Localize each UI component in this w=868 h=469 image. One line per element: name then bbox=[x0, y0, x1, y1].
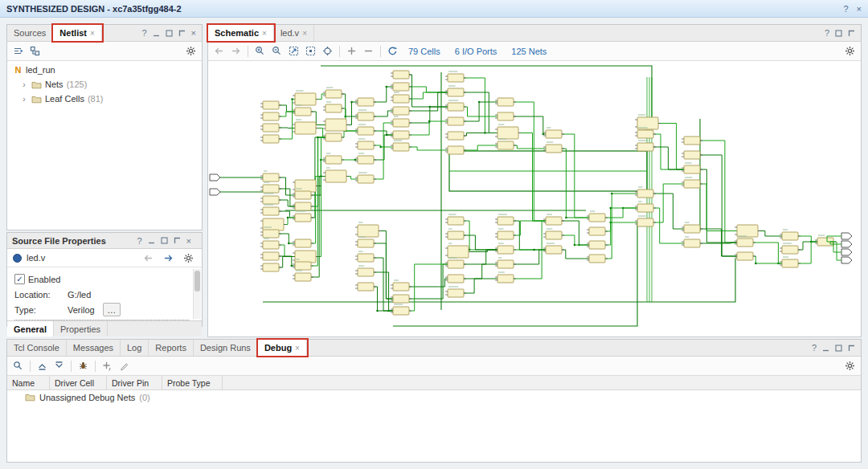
column-header-driver-pin[interactable]: Driver Pin bbox=[107, 376, 162, 389]
collapse-all-icon[interactable] bbox=[10, 43, 26, 59]
float-icon[interactable] bbox=[166, 30, 173, 37]
column-label: Name bbox=[12, 378, 35, 388]
float-icon[interactable] bbox=[835, 30, 842, 37]
close-icon[interactable]: × bbox=[295, 344, 300, 353]
regenerate-icon[interactable] bbox=[385, 43, 400, 59]
column-header-driver-cell[interactable]: Driver Cell bbox=[50, 376, 107, 389]
maximize-icon[interactable] bbox=[848, 30, 855, 37]
tab-schematic-label: Schematic bbox=[215, 28, 259, 38]
minimize-icon[interactable] bbox=[153, 30, 160, 37]
tab-general[interactable]: General bbox=[7, 321, 54, 336]
minimize-icon[interactable] bbox=[148, 237, 155, 244]
tree-item-leaf-cells[interactable]: › Leaf Cells (81) bbox=[7, 92, 202, 106]
float-icon[interactable] bbox=[161, 237, 168, 244]
chevron-right-icon[interactable]: › bbox=[20, 95, 28, 104]
help-icon[interactable]: ? bbox=[843, 4, 848, 14]
forward-arrow-icon[interactable] bbox=[161, 251, 176, 266]
close-icon[interactable]: × bbox=[262, 29, 267, 38]
tree-item-label: Nets bbox=[45, 80, 63, 89]
expand-all-icon[interactable] bbox=[51, 358, 67, 373]
help-icon[interactable]: ? bbox=[137, 236, 141, 246]
collapse-all-icon[interactable] bbox=[35, 358, 50, 373]
settings-gear-icon[interactable] bbox=[183, 43, 199, 59]
close-icon[interactable]: × bbox=[186, 236, 191, 246]
enabled-row: ✓ Enabled bbox=[14, 271, 189, 287]
type-label: Type: bbox=[14, 305, 55, 315]
folder-icon bbox=[31, 95, 42, 104]
maximize-icon[interactable] bbox=[178, 30, 186, 37]
help-icon[interactable]: ? bbox=[812, 343, 817, 353]
minimize-icon[interactable] bbox=[822, 345, 829, 352]
float-icon[interactable] bbox=[835, 345, 842, 352]
search-icon[interactable] bbox=[10, 358, 26, 373]
vertical-scrollbar[interactable] bbox=[193, 269, 201, 319]
tab-led-v[interactable]: led.v × bbox=[274, 25, 314, 41]
zoom-out-icon[interactable] bbox=[269, 43, 285, 59]
edit-probe-icon[interactable] bbox=[117, 358, 132, 373]
chevron-right-icon[interactable]: › bbox=[20, 80, 28, 89]
column-header-name[interactable]: Name bbox=[7, 376, 50, 389]
debug-bug-icon[interactable] bbox=[76, 358, 91, 373]
expand-all-icon[interactable] bbox=[27, 43, 43, 59]
tab-tcl-console[interactable]: Tcl Console bbox=[7, 340, 67, 356]
tab-design-runs[interactable]: Design Runs bbox=[194, 340, 258, 356]
maximize-icon[interactable] bbox=[848, 345, 855, 352]
tab-sources[interactable]: Sources bbox=[7, 25, 53, 41]
properties-title: Source File Properties bbox=[12, 236, 106, 246]
source-file-properties-panel: Source File Properties ? × led.v bbox=[6, 232, 203, 327]
help-icon[interactable]: ? bbox=[825, 28, 829, 38]
close-icon[interactable]: × bbox=[302, 29, 307, 38]
zoom-selection-icon[interactable] bbox=[303, 43, 318, 59]
expand-cone-icon[interactable] bbox=[344, 43, 359, 59]
tab-led-v-label: led.v bbox=[280, 28, 299, 38]
type-more-button[interactable]: … bbox=[103, 303, 121, 316]
maximize-icon[interactable] bbox=[174, 237, 181, 244]
zoom-fit-icon[interactable] bbox=[286, 43, 301, 59]
console-tabbar: Tcl Console Messages Log Reports Design … bbox=[7, 340, 861, 357]
zoom-in-icon[interactable] bbox=[252, 43, 268, 59]
sources-tabbar: Sources Netlist × ? × bbox=[7, 25, 202, 42]
back-arrow-icon[interactable] bbox=[211, 43, 227, 59]
close-icon[interactable]: × bbox=[857, 4, 862, 14]
settings-gear-icon[interactable] bbox=[842, 43, 858, 59]
column-header-probe-type[interactable]: Probe Type bbox=[162, 376, 223, 389]
tab-reports[interactable]: Reports bbox=[149, 340, 194, 356]
tree-item-count: (81) bbox=[88, 94, 104, 104]
tab-debug[interactable]: Debug × bbox=[258, 340, 307, 356]
tree-item-nets[interactable]: › Nets (125) bbox=[7, 77, 202, 92]
tab-properties[interactable]: Properties bbox=[54, 321, 108, 336]
close-icon[interactable]: × bbox=[90, 29, 95, 38]
back-arrow-icon[interactable] bbox=[141, 251, 156, 266]
settings-gear-icon[interactable] bbox=[842, 358, 858, 373]
divider bbox=[14, 320, 189, 320]
tab-netlist[interactable]: Netlist × bbox=[53, 25, 101, 41]
schematic-drawing bbox=[208, 61, 861, 336]
unassigned-debug-nets-row[interactable]: Unassigned Debug Nets (0) bbox=[7, 390, 861, 404]
tab-sources-label: Sources bbox=[14, 28, 46, 38]
forward-arrow-icon[interactable] bbox=[228, 43, 244, 59]
collapse-cone-icon[interactable] bbox=[361, 43, 376, 59]
tree-item-count: (125) bbox=[67, 80, 88, 89]
tab-log[interactable]: Log bbox=[121, 340, 149, 356]
tab-messages[interactable]: Messages bbox=[67, 340, 121, 356]
location-row: Location: G:/led bbox=[14, 287, 189, 302]
settings-gear-icon[interactable] bbox=[181, 251, 196, 266]
banner-title: SYNTHESIZED DESIGN - xc7a35tfgg484-2 bbox=[6, 4, 182, 14]
tab-label: Messages bbox=[73, 343, 113, 353]
tree-root-led-run[interactable]: N led_run bbox=[7, 63, 202, 77]
help-icon[interactable]: ? bbox=[141, 28, 146, 38]
toolbar-separator bbox=[95, 361, 96, 372]
tab-label: Log bbox=[127, 343, 141, 353]
sources-toolbar bbox=[7, 42, 202, 61]
tab-schematic[interactable]: Schematic × bbox=[208, 25, 274, 41]
enabled-checkbox[interactable]: ✓ bbox=[14, 274, 25, 284]
close-icon[interactable]: × bbox=[191, 28, 196, 38]
header-filler bbox=[223, 376, 861, 389]
autofit-selection-icon[interactable] bbox=[320, 43, 335, 59]
schematic-tabbar: Schematic × led.v × ? bbox=[208, 25, 861, 42]
selected-file-name: led.v bbox=[27, 253, 45, 263]
tab-netlist-label: Netlist bbox=[59, 28, 87, 38]
add-probe-icon[interactable] bbox=[100, 358, 115, 373]
scrollbar-thumb[interactable] bbox=[194, 271, 200, 292]
schematic-canvas[interactable] bbox=[208, 61, 861, 336]
